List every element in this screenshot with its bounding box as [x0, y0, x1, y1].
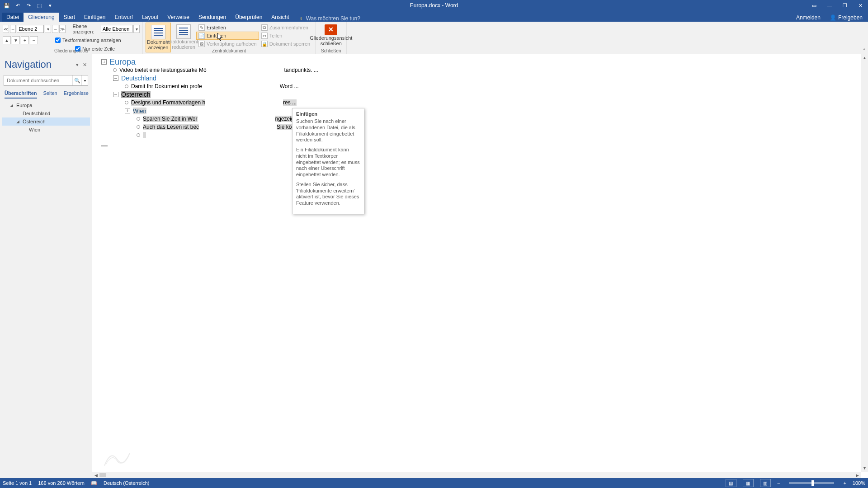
outline-bullet-icon[interactable] [125, 101, 128, 104]
save-icon[interactable]: 💾 [2, 1, 12, 10]
outline-plus-icon[interactable] [113, 92, 118, 97]
close-icon[interactable]: ✕ [853, 0, 868, 11]
outline-body[interactable]: Auch das Lesen ist bec [143, 124, 199, 130]
tab-home[interactable]: Start [59, 13, 80, 22]
minimize-icon[interactable]: — [822, 0, 837, 11]
vertical-scrollbar[interactable]: ▲ ▼ [861, 54, 868, 472]
outline-body[interactable]: Video bietet eine leistungsstarke Mö [119, 67, 207, 73]
demote-to-body-button[interactable]: ≫ [59, 25, 66, 33]
show-level-combo[interactable]: ▾ [101, 25, 140, 33]
nav-search-box[interactable]: 🔍 ▾ [4, 75, 88, 86]
view-web-layout-icon[interactable]: ▥ [760, 479, 771, 487]
move-down-button[interactable]: ▼ [12, 36, 20, 44]
redo-icon[interactable]: ↷ [24, 1, 33, 10]
tab-insert[interactable]: Einfügen [80, 13, 110, 22]
outline-bullet-icon[interactable] [137, 117, 140, 121]
outline-bullet-icon[interactable] [137, 125, 140, 129]
scroll-down-icon[interactable]: ▼ [861, 465, 868, 472]
nav-close-icon[interactable]: ✕ [81, 62, 88, 68]
nav-tab-headings[interactable]: Überschriften [5, 90, 37, 99]
demote-button[interactable]: → [52, 25, 58, 33]
tab-mailings[interactable]: Sendungen [194, 13, 231, 22]
level-dropdown-icon[interactable]: ▾ [45, 25, 51, 33]
outline-h2[interactable]: Deutschland [121, 75, 156, 82]
zoom-level[interactable]: 100% [853, 480, 865, 486]
zoom-in-button[interactable]: + [843, 480, 846, 486]
show-level-dropdown-icon[interactable]: ▾ [133, 25, 140, 33]
promote-button[interactable]: ← [10, 25, 16, 33]
hscroll-thumb[interactable] [99, 473, 106, 477]
tab-outlining[interactable]: Gliederung [24, 13, 59, 22]
show-formatting-checkbox[interactable]: Textformatierung anzeigen [55, 37, 121, 44]
tab-view[interactable]: Ansicht [267, 13, 293, 22]
share-label: Freigeben [838, 14, 863, 21]
nav-node-europa[interactable]: ◢Europa [2, 101, 90, 109]
ribbon: ≪ ← ▾ → ≫ Ebene anzeigen: ▾ ▲ ▼ + − Text… [0, 22, 868, 54]
undo-icon[interactable]: ↶ [13, 1, 23, 10]
merge-icon: ⧉ [261, 24, 268, 31]
outline-plus-icon[interactable] [101, 59, 107, 65]
nav-tab-results[interactable]: Ergebnisse [64, 90, 89, 99]
outline-bullet-icon[interactable] [113, 68, 117, 72]
status-page[interactable]: Seite 1 von 1 [3, 480, 32, 486]
outline-bullet-icon[interactable] [137, 133, 140, 137]
status-language[interactable]: Deutsch (Österreich) [104, 480, 149, 486]
outline-dash-icon[interactable] [101, 145, 108, 146]
nav-tab-pages[interactable]: Seiten [43, 90, 57, 99]
nav-node-deutschland[interactable]: Deutschland [2, 109, 90, 117]
search-dropdown-icon[interactable]: ▾ [81, 75, 88, 85]
maximize-icon[interactable]: ❐ [837, 0, 853, 11]
nav-node-oesterreich[interactable]: ◢Österreich [2, 117, 90, 126]
outline-h3[interactable]: Wien [133, 108, 146, 114]
sign-in-link[interactable]: Anmelden [793, 14, 823, 22]
tab-review[interactable]: Überprüfen [231, 13, 267, 22]
outline-empty[interactable] [143, 132, 146, 138]
touch-mode-icon[interactable]: ⬚ [34, 1, 44, 10]
nav-node-wien[interactable]: Wien [2, 126, 90, 134]
scroll-right-icon[interactable]: ▶ [854, 472, 861, 478]
insert-subdoc-button[interactable]: 📄Einfügen [196, 32, 259, 40]
nav-search-input[interactable] [4, 75, 72, 85]
collapse-button[interactable]: − [30, 36, 38, 44]
collapse-ribbon-icon[interactable]: ˄ [863, 48, 865, 53]
create-subdoc-button[interactable]: ✎Erstellen [196, 23, 259, 32]
nav-dropdown-icon[interactable]: ▾ [74, 62, 81, 68]
move-up-button[interactable]: ▲ [3, 36, 11, 44]
outline-h2-selected[interactable]: Österreich [121, 91, 151, 98]
zoom-out-button[interactable]: − [777, 480, 780, 486]
scroll-left-icon[interactable]: ◀ [92, 472, 99, 478]
outline-plus-icon[interactable] [113, 75, 118, 81]
show-level-input[interactable] [101, 25, 132, 33]
ribbon-tabs: Datei Gliederung Start Einfügen Entwurf … [0, 11, 868, 22]
outline-bullet-icon[interactable] [125, 84, 128, 88]
ribbon-options-icon[interactable]: ▭ [807, 0, 822, 11]
status-words[interactable]: 166 von 260 Wörtern [38, 480, 85, 486]
close-outline-view-button[interactable]: ✕ Gliederungsansicht schließen [318, 23, 344, 48]
outline-body[interactable]: Designs und Formatvorlagen h [131, 99, 205, 106]
zoom-slider[interactable] [789, 482, 834, 484]
view-read-mode-icon[interactable]: ▤ [726, 479, 736, 487]
create-icon: ✎ [198, 24, 205, 31]
outline-level-combo[interactable]: ▾ [17, 25, 51, 33]
tab-references[interactable]: Verweise [163, 13, 194, 22]
lock-icon: 🔒 [261, 41, 268, 47]
proofing-icon[interactable]: 📖 [91, 480, 97, 486]
tab-design[interactable]: Entwurf [110, 13, 137, 22]
qat-dropdown-icon[interactable]: ▾ [45, 1, 55, 10]
promote-to-heading1-button[interactable]: ≪ [3, 25, 9, 33]
outline-level-input[interactable] [17, 25, 44, 33]
horizontal-scrollbar[interactable]: ◀ ▶ [92, 472, 861, 478]
tab-layout[interactable]: Layout [137, 13, 163, 22]
view-print-layout-icon[interactable]: ▦ [743, 479, 754, 487]
search-icon[interactable]: 🔍 [72, 75, 81, 85]
outline-body[interactable]: Damit Ihr Dokument ein profe [131, 83, 202, 89]
tell-me-box[interactable]: ♀ Was möchten Sie tun? [299, 15, 360, 22]
bulb-icon: ♀ [299, 15, 303, 22]
share-button[interactable]: 👤 Freigeben [827, 14, 865, 22]
scroll-up-icon[interactable]: ▲ [861, 54, 868, 61]
outline-h1[interactable]: Europa [109, 57, 136, 67]
tab-file[interactable]: Datei [2, 13, 24, 22]
expand-button[interactable]: + [21, 36, 29, 44]
outline-body[interactable]: Sparen Sie Zeit in Wor [143, 116, 198, 122]
outline-plus-icon[interactable] [125, 108, 130, 113]
